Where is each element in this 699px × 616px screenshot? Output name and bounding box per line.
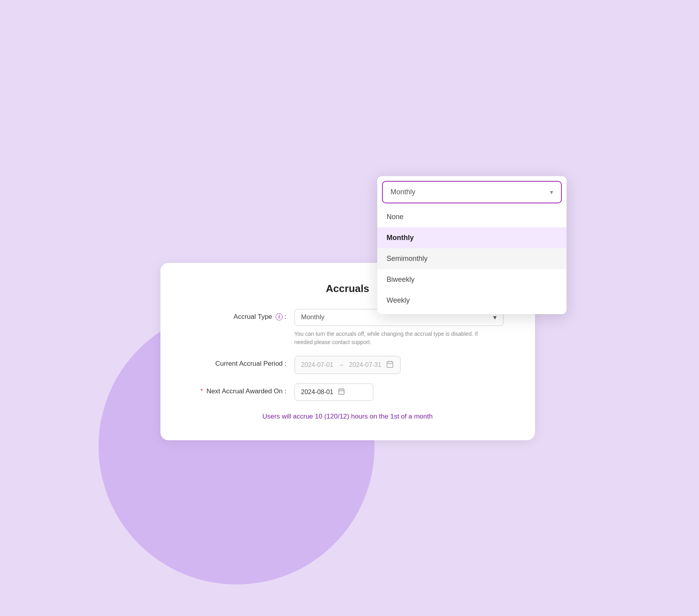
accrual-type-select-wrapper: Monthly ▾ You can turn the accruals off,… <box>295 309 503 346</box>
dropdown-trigger-text: Monthly <box>391 188 416 196</box>
date-range-input[interactable]: 2024-07-01 → 2024-07-31 <box>295 356 401 374</box>
next-accrual-calendar-icon <box>338 388 345 396</box>
dropdown-option-biweekly[interactable]: Biweekly <box>377 269 567 290</box>
accrual-type-chevron: ▾ <box>493 313 497 322</box>
accrual-summary: Users will accrue 10 (120/12) hours on t… <box>192 413 503 421</box>
main-content: Monthly ▾ None Monthly Semimonthly Biwee… <box>133 176 567 440</box>
chevron-down-icon: ▾ <box>550 188 553 196</box>
next-accrual-label: * Next Accrual Awarded On : <box>192 383 295 395</box>
svg-rect-0 <box>387 361 393 367</box>
accrual-hint-text: You can turn the accruals off, while cha… <box>295 330 492 346</box>
info-icon: i <box>276 313 283 320</box>
dropdown-option-none[interactable]: None <box>377 207 567 227</box>
current-period-row: Current Accrual Period : 2024-07-01 → 20… <box>192 356 503 374</box>
dropdown-list: None Monthly Semimonthly Biweekly Weekly <box>377 203 567 314</box>
period-start-date: 2024-07-01 <box>301 361 334 368</box>
calendar-icon <box>386 360 394 370</box>
next-accrual-date-input[interactable]: 2024-08-01 <box>295 383 373 401</box>
period-end-date: 2024-07-31 <box>349 361 381 368</box>
svg-rect-4 <box>339 389 345 395</box>
period-arrow: → <box>338 361 344 368</box>
dropdown-option-monthly[interactable]: Monthly <box>377 227 567 248</box>
accrual-type-row: Accrual Type i : Monthly ▾ You can turn … <box>192 309 503 346</box>
dropdown-option-semimonthly[interactable]: Semimonthly <box>377 248 567 269</box>
next-accrual-date: 2024-08-01 <box>301 389 334 396</box>
current-period-label: Current Accrual Period : <box>192 356 295 368</box>
required-star: * <box>200 387 203 395</box>
next-accrual-row: * Next Accrual Awarded On : 2024-08-01 <box>192 383 503 401</box>
accrual-type-value: Monthly <box>301 313 325 321</box>
dropdown-popup: Monthly ▾ None Monthly Semimonthly Biwee… <box>377 176 567 314</box>
dropdown-option-weekly[interactable]: Weekly <box>377 290 567 311</box>
accrual-type-label: Accrual Type i : <box>192 309 295 321</box>
dropdown-trigger[interactable]: Monthly ▾ <box>382 181 562 203</box>
